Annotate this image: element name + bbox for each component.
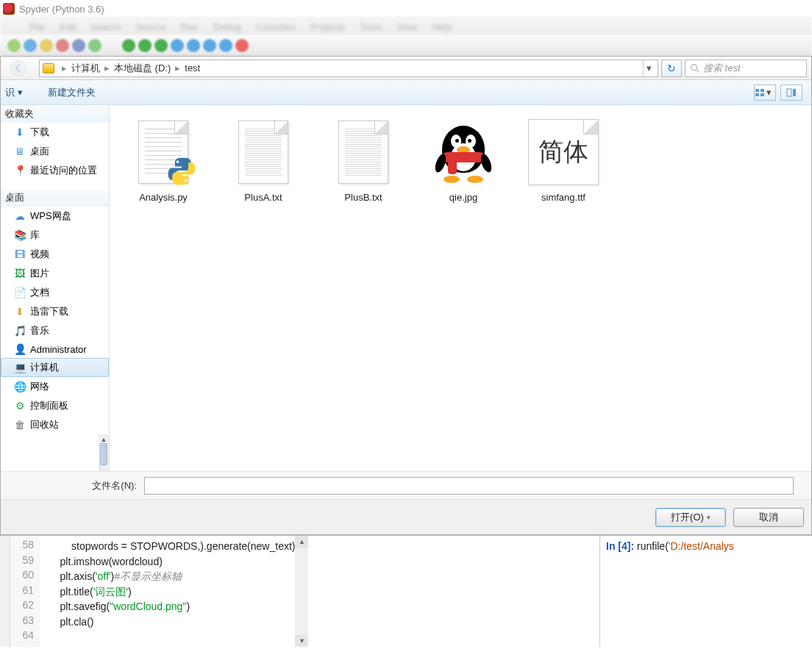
library-icon: 📚 [14, 229, 26, 241]
control-icon: ⚙ [14, 400, 26, 412]
sidebar-item-6[interactable]: 🎵音乐 [1, 321, 109, 340]
view-mode-button[interactable]: ▾ [754, 85, 776, 101]
open-button[interactable]: 打开(O)▾ [655, 508, 726, 527]
console-path: 'D:/test/Analys [669, 540, 734, 552]
file-open-dialog: ▸ 计算机 ▸ 本地磁盘 (D:) ▸ test ▾ ↻ 搜索 test 识 ▾… [0, 56, 812, 535]
sidebar-label: WPS网盘 [30, 209, 71, 223]
file-item-3[interactable]: qie.jpg [423, 117, 504, 203]
file-thumb [138, 121, 188, 184]
refresh-button[interactable]: ↻ [661, 60, 682, 77]
console-prompt-end: ]: [627, 540, 637, 552]
sidebar-item-1[interactable]: 📚库 [1, 226, 109, 245]
svg-point-10 [185, 179, 188, 182]
view-icon [755, 88, 765, 97]
nav-row: ▸ 计算机 ▸ 本地磁盘 (D:) ▸ test ▾ ↻ 搜索 test [1, 57, 811, 80]
desktop-icon: 🖥 [14, 146, 26, 157]
python-icon [165, 155, 198, 187]
sidebar-item-4[interactable]: 📄文档 [1, 283, 109, 302]
file-thumb [435, 121, 492, 183]
file-item-1[interactable]: PlusA.txt [223, 117, 304, 203]
file-item-2[interactable]: PlusB.txt [323, 117, 404, 203]
breadcrumb-dropdown[interactable]: ▾ [643, 60, 655, 77]
sidebar-item-2[interactable]: 🎞视频 [1, 245, 109, 264]
search-icon [690, 63, 700, 73]
filename-label: 文件名(N): [1, 479, 144, 492]
sidebar-item-8[interactable]: 💻计算机 [1, 358, 109, 377]
bc-disk[interactable]: 本地磁盘 (D:) [114, 62, 171, 75]
sidebar-item-9[interactable]: 🌐网络 [1, 377, 109, 396]
sidebar-label: 控制面板 [30, 399, 68, 412]
bc-computer[interactable]: 计算机 [71, 62, 100, 75]
pane-icon [786, 88, 797, 97]
search-input[interactable]: 搜索 test [685, 60, 807, 77]
spyder-menu-bar: FileEditSearchSourceRunDebugConsolesProj… [0, 18, 812, 35]
organize-button[interactable]: 识 ▾ [5, 86, 23, 99]
nav-back-button[interactable] [1, 57, 36, 79]
sidebar-fav-1[interactable]: 🖥桌面 [1, 142, 109, 161]
music-icon: 🎵 [14, 325, 26, 337]
sidebar-label: 下载 [30, 126, 49, 139]
sidebar-item-10[interactable]: ⚙控制面板 [1, 396, 109, 415]
file-thumb: 简体 [528, 119, 599, 185]
spyder-icon [3, 3, 15, 15]
spyder-toolbar [0, 35, 812, 56]
file-name: Analysis.py [139, 192, 188, 203]
spyder-title-bar: Spyder (Python 3.6) [0, 0, 812, 18]
ipython-console[interactable]: In [4]: runfile('D:/test/Analys [600, 536, 812, 647]
sidebar-label: 回收站 [30, 418, 59, 431]
breadcrumb[interactable]: ▸ 计算机 ▸ 本地磁盘 (D:) ▸ test ▾ [39, 60, 658, 77]
cloud-icon: ☁ [14, 210, 26, 222]
file-item-4[interactable]: 简体simfang.ttf [523, 117, 604, 203]
doc-icon: 📄 [14, 287, 26, 298]
sidebar-item-5[interactable]: ⬇迅雷下载 [1, 302, 109, 321]
scroll-down-icon[interactable]: ▼ [295, 635, 308, 647]
image-icon: 🖼 [14, 268, 26, 279]
preview-pane-button[interactable] [780, 85, 802, 101]
file-list-area[interactable]: Analysis.pyPlusA.txtPlusB.txtqie.jpg简体si… [110, 105, 811, 471]
svg-point-0 [10, 60, 26, 76]
cancel-button[interactable]: 取消 [733, 508, 804, 527]
code-editor[interactable]: 5859606162636465 stopwords = STOPWORDS,)… [10, 536, 600, 647]
sidebar-label: 库 [30, 229, 40, 242]
open-button-label: 打开(O) [671, 511, 704, 524]
sidebar-scrollbar[interactable]: ▲ ▼ [99, 434, 109, 471]
new-folder-button[interactable]: 新建文件夹 [48, 86, 96, 99]
sidebar-item-0[interactable]: ☁WPS网盘 [1, 207, 109, 226]
sidebar-fav-2[interactable]: 📍最近访问的位置 [1, 161, 109, 180]
console-prompt: In [ [606, 540, 622, 552]
svg-point-1 [691, 64, 697, 70]
code-body[interactable]: stopwords = STOPWORDS,).generate(new_tex… [40, 536, 295, 647]
sidebar-item-11[interactable]: 🗑回收站 [1, 415, 109, 434]
search-placeholder: 搜索 test [703, 62, 741, 75]
scroll-thumb[interactable] [100, 443, 107, 465]
favorites-header: 收藏夹 [1, 105, 109, 123]
sidebar-fav-0[interactable]: ⬇下载 [1, 123, 109, 142]
console-num: 4 [622, 540, 627, 552]
editor-scrollbar[interactable]: ▲ ▼ [295, 536, 308, 647]
command-bar: 识 ▾ 新建文件夹 ▾ [1, 80, 811, 105]
sidebar-item-3[interactable]: 🖼图片 [1, 264, 109, 283]
download-icon: ⬇ [14, 126, 26, 138]
scroll-up-icon[interactable]: ▲ [295, 536, 308, 548]
left-marker [0, 536, 10, 647]
svg-rect-4 [761, 89, 764, 92]
file-item-0[interactable]: Analysis.py [123, 117, 204, 203]
sidebar-label: 文档 [30, 286, 49, 299]
svg-rect-7 [787, 89, 791, 96]
sidebar-label: 最近访问的位置 [30, 164, 97, 177]
file-name: PlusB.txt [344, 192, 382, 203]
svg-rect-6 [761, 93, 764, 96]
recent-icon: 📍 [14, 165, 26, 176]
file-name: PlusA.txt [244, 192, 282, 203]
desktop-header: 桌面 [1, 189, 109, 207]
folder-icon [43, 63, 54, 73]
sidebar-label: 迅雷下载 [30, 305, 68, 318]
svg-line-2 [697, 69, 699, 72]
filename-input[interactable] [144, 477, 794, 495]
editor-area: 5859606162636465 stopwords = STOPWORDS,)… [0, 535, 812, 647]
sidebar-item-7[interactable]: 👤Administrator [1, 340, 109, 358]
bc-folder[interactable]: test [185, 62, 200, 73]
svg-rect-8 [793, 89, 796, 96]
file-name: qie.jpg [449, 192, 477, 203]
sidebar-label: 音乐 [30, 324, 49, 337]
